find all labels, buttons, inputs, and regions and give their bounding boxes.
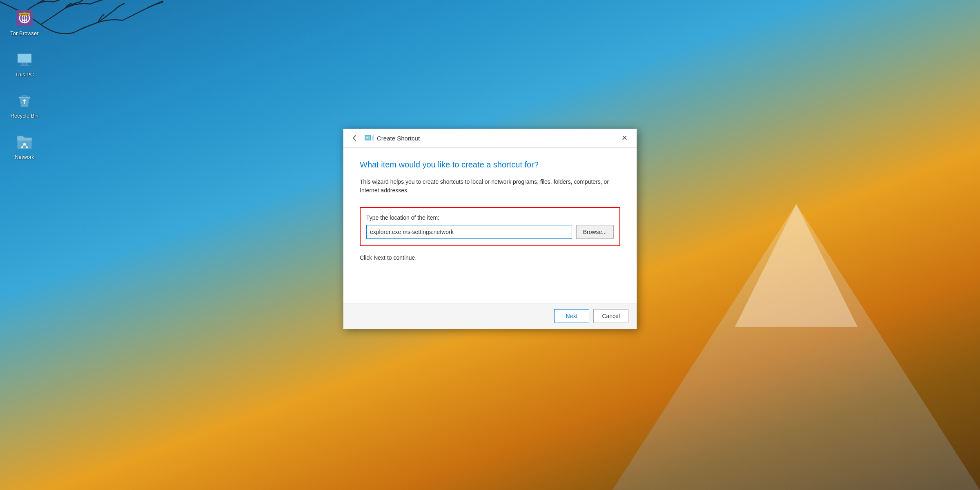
- dialog-content: What item would you like to create a sho…: [343, 148, 637, 303]
- next-button[interactable]: Next: [554, 309, 590, 323]
- svg-marker-24: [372, 135, 374, 141]
- dialog-titlebar: Create Shortcut ✕: [343, 129, 637, 148]
- dialog-description: This wizard helps you to create shortcut…: [360, 178, 620, 195]
- create-shortcut-dialog: Create Shortcut ✕ What item would you li…: [343, 129, 637, 329]
- close-button[interactable]: ✕: [618, 131, 631, 145]
- location-section: Type the location of the item: Browse...: [360, 207, 620, 246]
- dialog-footer: Next Cancel: [343, 303, 637, 329]
- cancel-button[interactable]: Cancel: [593, 309, 628, 323]
- dialog-heading: What item would you like to create a sho…: [360, 160, 620, 169]
- dialog-title: Create Shortcut: [377, 135, 420, 142]
- hint-text: Click Next to continue.: [360, 254, 620, 261]
- location-label: Type the location of the item:: [366, 214, 614, 221]
- wizard-icon: [364, 133, 374, 143]
- svg-point-25: [366, 137, 368, 138]
- location-input[interactable]: [366, 225, 572, 239]
- location-input-row: Browse...: [366, 225, 614, 239]
- back-button[interactable]: [349, 132, 361, 144]
- browse-button[interactable]: Browse...: [576, 225, 614, 239]
- dialog-overlay: Create Shortcut ✕ What item would you li…: [0, 0, 980, 490]
